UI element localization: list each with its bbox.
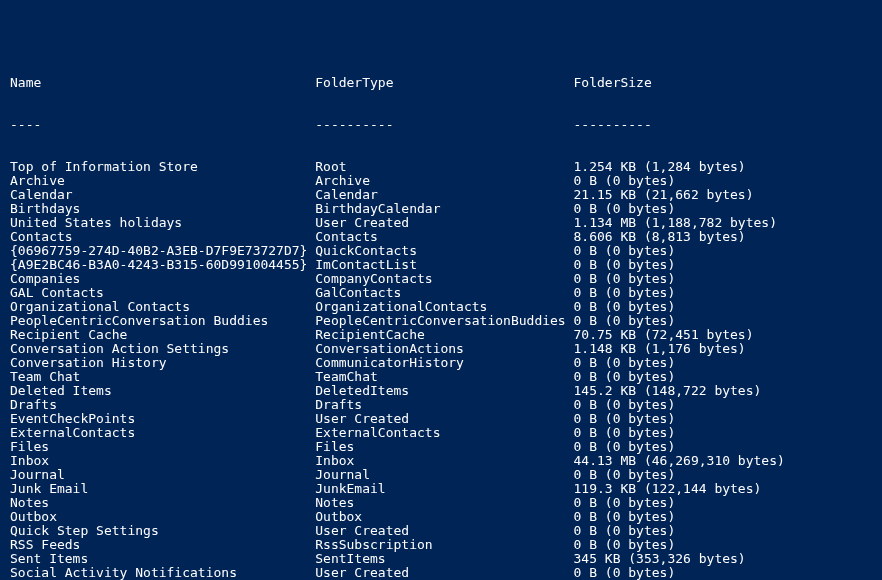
cell-foldersize: 0 B (0 bytes) — [574, 566, 676, 580]
header-foldersize: FolderSize — [574, 76, 652, 90]
cell-foldersize: 0 B (0 bytes) — [574, 510, 676, 524]
cell-name: Deleted Items — [10, 384, 315, 398]
header-foldertype: FolderType — [315, 76, 573, 90]
cell-foldersize: 0 B (0 bytes) — [574, 272, 676, 286]
cell-foldertype: Journal — [315, 468, 573, 482]
table-row: ArchiveArchive0 B (0 bytes) — [10, 174, 872, 188]
cell-name: PeopleCentricConversation Buddies — [10, 314, 315, 328]
cell-name: Birthdays — [10, 202, 315, 216]
cell-foldertype: QuickContacts — [315, 244, 573, 258]
cell-foldersize: 0 B (0 bytes) — [574, 286, 676, 300]
cell-name: {06967759-274D-40B2-A3EB-D7F9E73727D7} — [10, 244, 315, 258]
cell-name: {A9E2BC46-B3A0-4243-B315-60D991004455} — [10, 258, 315, 272]
cell-name: Conversation Action Settings — [10, 342, 315, 356]
cell-foldersize: 0 B (0 bytes) — [574, 370, 676, 384]
table-row: ExternalContactsExternalContacts0 B (0 b… — [10, 426, 872, 440]
cell-foldersize: 0 B (0 bytes) — [574, 496, 676, 510]
cell-name: Companies — [10, 272, 315, 286]
cell-foldersize: 0 B (0 bytes) — [574, 426, 676, 440]
cell-foldertype: ExternalContacts — [315, 426, 573, 440]
cell-name: Social Activity Notifications — [10, 566, 315, 580]
cell-name: Team Chat — [10, 370, 315, 384]
cell-name: Organizational Contacts — [10, 300, 315, 314]
cell-foldertype: User Created — [315, 216, 573, 230]
table-row: JournalJournal0 B (0 bytes) — [10, 468, 872, 482]
cell-name: ExternalContacts — [10, 426, 315, 440]
cell-name: Recipient Cache — [10, 328, 315, 342]
table-row: United States holidaysUser Created1.134 … — [10, 216, 872, 230]
cell-foldertype: Calendar — [315, 188, 573, 202]
cell-foldersize: 0 B (0 bytes) — [574, 314, 676, 328]
cell-foldertype: RecipientCache — [315, 328, 573, 342]
cell-foldersize: 1.134 MB (1,188,782 bytes) — [574, 216, 778, 230]
cell-foldersize: 70.75 KB (72,451 bytes) — [574, 328, 754, 342]
cell-name: Quick Step Settings — [10, 524, 315, 538]
cell-foldertype: JunkEmail — [315, 482, 573, 496]
cell-name: RSS Feeds — [10, 538, 315, 552]
cell-name: Conversation History — [10, 356, 315, 370]
cell-foldersize: 0 B (0 bytes) — [574, 202, 676, 216]
cell-foldertype: Files — [315, 440, 573, 454]
cell-foldersize: 145.2 KB (148,722 bytes) — [574, 384, 762, 398]
cell-foldertype: Outbox — [315, 510, 573, 524]
cell-name: Top of Information Store — [10, 160, 315, 174]
cell-foldertype: Notes — [315, 496, 573, 510]
cell-foldersize: 0 B (0 bytes) — [574, 174, 676, 188]
cell-foldersize: 0 B (0 bytes) — [574, 440, 676, 454]
table-row: DraftsDrafts0 B (0 bytes) — [10, 398, 872, 412]
cell-name: Sent Items — [10, 552, 315, 566]
sep-foldersize: ---------- — [574, 118, 652, 132]
cell-foldersize: 0 B (0 bytes) — [574, 258, 676, 272]
cell-foldersize: 0 B (0 bytes) — [574, 524, 676, 538]
cell-name: GAL Contacts — [10, 286, 315, 300]
cell-foldertype: Contacts — [315, 230, 573, 244]
cell-foldertype: GalContacts — [315, 286, 573, 300]
table-row: InboxInbox44.13 MB (46,269,310 bytes) — [10, 454, 872, 468]
header-name: Name — [10, 76, 315, 90]
table-row: Organizational ContactsOrganizationalCon… — [10, 300, 872, 314]
cell-foldersize: 8.606 KB (8,813 bytes) — [574, 230, 746, 244]
cell-foldertype: Archive — [315, 174, 573, 188]
cell-name: EventCheckPoints — [10, 412, 315, 426]
table-header-row: NameFolderTypeFolderSize — [10, 76, 872, 90]
table-row: CompaniesCompanyContacts0 B (0 bytes) — [10, 272, 872, 286]
cell-foldersize: 0 B (0 bytes) — [574, 244, 676, 258]
cell-name: Files — [10, 440, 315, 454]
cell-foldersize: 119.3 KB (122,144 bytes) — [574, 482, 762, 496]
cell-foldertype: User Created — [315, 412, 573, 426]
cell-foldertype: TeamChat — [315, 370, 573, 384]
cell-foldertype: ConversationActions — [315, 342, 573, 356]
cell-foldertype: BirthdayCalendar — [315, 202, 573, 216]
table-row: {06967759-274D-40B2-A3EB-D7F9E73727D7}Qu… — [10, 244, 872, 258]
table-row: EventCheckPointsUser Created0 B (0 bytes… — [10, 412, 872, 426]
table-row: Recipient CacheRecipientCache70.75 KB (7… — [10, 328, 872, 342]
table-row: Team ChatTeamChat0 B (0 bytes) — [10, 370, 872, 384]
cell-name: Journal — [10, 468, 315, 482]
cell-foldersize: 0 B (0 bytes) — [574, 538, 676, 552]
cell-foldertype: SentItems — [315, 552, 573, 566]
table-row: CalendarCalendar21.15 KB (21,662 bytes) — [10, 188, 872, 202]
cell-foldertype: RssSubscription — [315, 538, 573, 552]
cell-foldertype: User Created — [315, 524, 573, 538]
table-body: Top of Information StoreRoot1.254 KB (1,… — [10, 160, 872, 580]
cell-foldersize: 0 B (0 bytes) — [574, 412, 676, 426]
cell-name: Inbox — [10, 454, 315, 468]
cell-name: Outbox — [10, 510, 315, 524]
cell-foldersize: 345 KB (353,326 bytes) — [574, 552, 746, 566]
table-row: Social Activity NotificationsUser Create… — [10, 566, 872, 580]
table-row: Top of Information StoreRoot1.254 KB (1,… — [10, 160, 872, 174]
cell-foldersize: 1.254 KB (1,284 bytes) — [574, 160, 746, 174]
cell-foldertype: OrganizationalContacts — [315, 300, 573, 314]
cell-foldersize: 1.148 KB (1,176 bytes) — [574, 342, 746, 356]
table-row: Deleted ItemsDeletedItems145.2 KB (148,7… — [10, 384, 872, 398]
cell-name: Drafts — [10, 398, 315, 412]
table-row: {A9E2BC46-B3A0-4243-B315-60D991004455}Im… — [10, 258, 872, 272]
cell-name: Junk Email — [10, 482, 315, 496]
cell-foldersize: 0 B (0 bytes) — [574, 356, 676, 370]
cell-name: Calendar — [10, 188, 315, 202]
cell-foldersize: 0 B (0 bytes) — [574, 398, 676, 412]
table-row: OutboxOutbox0 B (0 bytes) — [10, 510, 872, 524]
table-row: PeopleCentricConversation BuddiesPeopleC… — [10, 314, 872, 328]
cell-name: Notes — [10, 496, 315, 510]
cell-foldertype: PeopleCentricConversationBuddies — [315, 314, 573, 328]
